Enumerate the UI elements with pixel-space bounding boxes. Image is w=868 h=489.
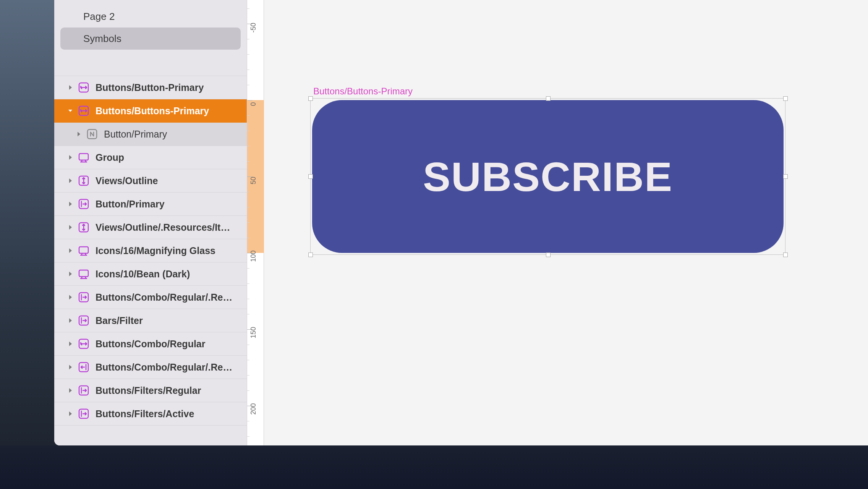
ruler-number: 200: [249, 405, 257, 415]
layer-label: Buttons/Combo/Regular/.Re…: [96, 292, 242, 303]
layer-label: Group: [96, 152, 242, 163]
symbol-icon: [86, 128, 98, 140]
layer-row[interactable]: Buttons/Combo/Regular/.Re…: [54, 356, 247, 379]
ruler-tick: [247, 8, 249, 9]
app-window: Page 2 Symbols Buttons/Button-PrimaryBut…: [54, 0, 868, 445]
layer-label: Buttons/Combo/Regular: [96, 338, 242, 350]
chevron-right-icon[interactable]: [66, 317, 75, 324]
layer-label: Buttons/Button-Primary: [96, 82, 242, 93]
ruler-tick: [247, 192, 249, 192]
ruler-tick: [247, 131, 249, 131]
layer-row[interactable]: Views/Outline: [54, 169, 247, 193]
chevron-right-icon[interactable]: [66, 178, 75, 184]
chevron-right-icon[interactable]: [66, 364, 75, 370]
handle-ne[interactable]: [783, 96, 788, 101]
ruler-tick: [247, 70, 249, 70]
layer-row[interactable]: Bars/Filter: [54, 309, 247, 332]
layer-row[interactable]: Button/Primary: [54, 123, 247, 146]
ruler-number: 150: [249, 329, 257, 338]
selection-bounds[interactable]: [310, 98, 785, 255]
ruler-tick: [247, 375, 249, 376]
handle-s[interactable]: [546, 253, 551, 257]
layer-row[interactable]: Views/Outline/.Resources/It…: [54, 216, 247, 239]
chevron-right-icon[interactable]: [74, 131, 83, 137]
ruler-tick: [247, 85, 249, 85]
layer-label: Buttons/Combo/Regular/.Re…: [96, 362, 242, 373]
left-panel: Page 2 Symbols Buttons/Button-PrimaryBut…: [54, 0, 247, 445]
horiz-icon: [78, 105, 89, 117]
right-icon: [78, 315, 89, 326]
artboard-label[interactable]: Buttons/Buttons-Primary: [313, 86, 413, 97]
ruler-tick: [247, 360, 249, 360]
layer-row[interactable]: Icons/16/Magnifying Glass: [54, 239, 247, 262]
layer-label: Buttons/Filters/Regular: [96, 385, 242, 396]
page-row-page2[interactable]: Page 2: [60, 5, 241, 28]
vertical-ruler[interactable]: -50050100150200250: [247, 0, 264, 445]
page-label: Symbols: [83, 33, 121, 45]
ruler-tick: [247, 39, 249, 39]
chevron-right-icon[interactable]: [66, 271, 75, 277]
handle-e[interactable]: [783, 174, 788, 179]
right-icon: [78, 385, 89, 396]
layer-label: Button/Primary: [104, 129, 242, 140]
chevron-right-icon[interactable]: [66, 387, 75, 393]
chevron-right-icon[interactable]: [66, 201, 75, 207]
ruler-tick: [247, 421, 249, 421]
canvas[interactable]: Buttons/Buttons-Primary SUBSCRIBE: [264, 0, 868, 445]
ruler-tick: [247, 314, 249, 314]
artboard-icon: [78, 152, 89, 163]
layer-row[interactable]: Buttons/Combo/Regular: [54, 332, 247, 356]
ruler-number: 100: [249, 252, 257, 262]
vert-icon: [78, 222, 89, 233]
ruler-tick: [247, 146, 249, 146]
ruler-tick: [247, 161, 249, 162]
ruler-tick: [247, 283, 249, 284]
handle-w[interactable]: [308, 174, 313, 179]
right-icon: [78, 291, 89, 303]
layer-row[interactable]: Icons/10/Bean (Dark): [54, 262, 247, 286]
horiz-icon: [78, 338, 89, 350]
chevron-right-icon[interactable]: [66, 84, 75, 91]
layer-row[interactable]: Buttons/Combo/Regular/.Re…: [54, 286, 247, 309]
ruler-number: 50: [249, 176, 257, 186]
right-icon: [78, 198, 89, 210]
ruler-tick: [247, 54, 249, 55]
handle-nw[interactable]: [308, 96, 313, 101]
desktop-left-strip: [0, 0, 54, 445]
ruler-tick: [247, 222, 249, 223]
handle-se[interactable]: [783, 253, 788, 257]
handle-n[interactable]: [546, 96, 551, 101]
chevron-right-icon[interactable]: [66, 341, 75, 347]
layer-label: Icons/16/Magnifying Glass: [96, 245, 242, 256]
artboard-icon: [78, 245, 89, 256]
left-icon: [78, 361, 89, 373]
vert-icon: [78, 175, 89, 186]
layer-row[interactable]: Buttons/Buttons-Primary: [54, 99, 247, 123]
page-row-symbols[interactable]: Symbols: [60, 28, 241, 50]
handle-sw[interactable]: [308, 253, 313, 257]
layer-row[interactable]: Button/Primary: [54, 193, 247, 216]
chevron-right-icon[interactable]: [66, 224, 75, 230]
chevron-right-icon[interactable]: [66, 294, 75, 300]
layer-row[interactable]: Buttons/Filters/Regular: [54, 379, 247, 402]
layer-row[interactable]: Group: [54, 146, 247, 169]
chevron-right-icon[interactable]: [66, 411, 75, 417]
chevron-right-icon[interactable]: [66, 248, 75, 254]
layer-label: Buttons/Buttons-Primary: [96, 105, 242, 117]
ruler-number: -50: [249, 23, 257, 33]
desktop-bottom-strip: [0, 445, 868, 489]
ruler-tick: [247, 207, 249, 207]
ruler-tick: [247, 115, 249, 116]
ruler-number: 0: [249, 99, 257, 109]
layer-label: Views/Outline/.Resources/It…: [96, 222, 242, 233]
layer-label: Views/Outline: [96, 175, 242, 186]
layer-label: Buttons/Filters/Active: [96, 408, 242, 419]
layer-label: Bars/Filter: [96, 315, 242, 326]
layer-row[interactable]: Buttons/Button-Primary: [54, 76, 247, 99]
chevron-down-icon[interactable]: [66, 108, 75, 114]
chevron-right-icon[interactable]: [66, 154, 75, 160]
layer-label: Button/Primary: [96, 199, 242, 210]
artboard-icon: [78, 268, 89, 280]
layer-row[interactable]: Buttons/Filters/Active: [54, 402, 247, 426]
ruler-tick: [247, 390, 249, 391]
